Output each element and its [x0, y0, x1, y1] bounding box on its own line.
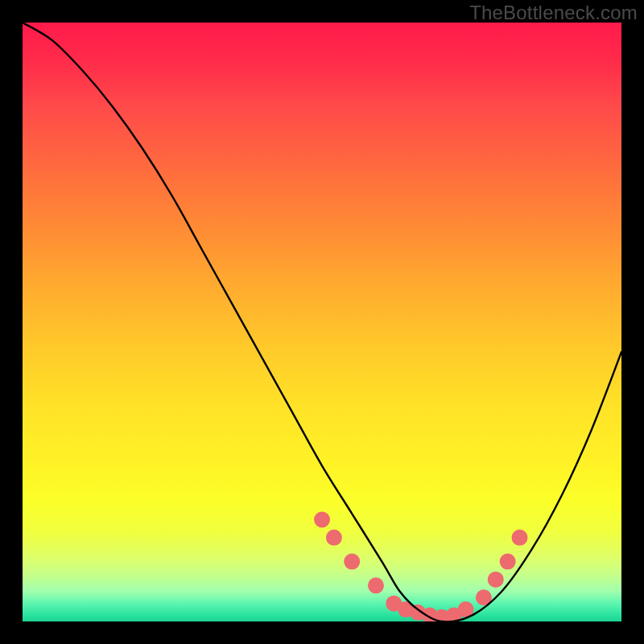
- watermark-text: TheBottleneck.com: [469, 2, 638, 24]
- marker-dot: [368, 577, 384, 593]
- marker-dot: [344, 554, 360, 570]
- marker-dots: [314, 512, 528, 621]
- chart-svg: [23, 23, 621, 621]
- bottleneck-curve: [23, 23, 621, 621]
- plot-area: [23, 23, 621, 621]
- marker-dot: [326, 530, 342, 546]
- marker-dot: [488, 572, 504, 588]
- marker-dot: [314, 512, 330, 528]
- marker-dot: [512, 530, 528, 546]
- chart-frame: TheBottleneck.com: [0, 0, 644, 644]
- marker-dot: [500, 554, 516, 570]
